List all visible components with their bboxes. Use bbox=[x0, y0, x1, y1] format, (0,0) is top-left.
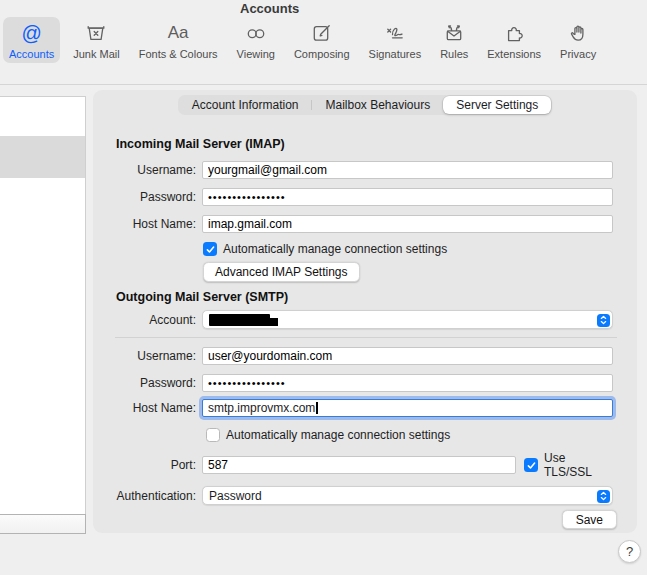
toolbar-item-rules[interactable]: Rules bbox=[434, 17, 474, 63]
tls-label[interactable]: Use TLS/SSL bbox=[544, 451, 613, 479]
save-row: Save bbox=[93, 510, 617, 529]
smtp-hostname-input[interactable]: smtp.improvmx.com bbox=[202, 399, 613, 417]
checkbox-checked-icon[interactable] bbox=[203, 242, 217, 256]
popup-stepper-icon bbox=[597, 490, 610, 503]
toolbar-item-label: Fonts & Colours bbox=[139, 48, 218, 60]
compose-icon bbox=[310, 19, 334, 46]
smtp-account-label: Account: bbox=[93, 313, 196, 327]
smtp-port-input[interactable] bbox=[202, 456, 516, 474]
imap-username-input[interactable] bbox=[202, 161, 613, 179]
smtp-auth-row: Authentication: Password bbox=[93, 486, 613, 505]
save-button[interactable]: Save bbox=[562, 510, 617, 529]
toolbar-item-accounts[interactable]: @ Accounts bbox=[3, 17, 60, 63]
tab-account-information[interactable]: Account Information bbox=[179, 96, 312, 114]
help-button[interactable]: ? bbox=[618, 540, 641, 563]
toolbar-divider bbox=[0, 84, 647, 85]
imap-auto-manage-label[interactable]: Automatically manage connection settings bbox=[223, 242, 447, 256]
smtp-auth-value: Password bbox=[209, 489, 262, 503]
tab-server-settings[interactable]: Server Settings bbox=[443, 96, 551, 114]
incoming-section-heading: Incoming Mail Server (IMAP) bbox=[116, 137, 637, 151]
smtp-auto-manage-row: Automatically manage connection settings bbox=[206, 428, 637, 442]
tls-group: Use TLS/SSL bbox=[524, 451, 613, 479]
signature-icon bbox=[383, 19, 407, 46]
glasses-icon bbox=[244, 19, 268, 46]
toolbar-item-extensions[interactable]: Extensions bbox=[481, 17, 547, 63]
fonts-icon: Aa bbox=[168, 19, 189, 46]
junk-icon bbox=[84, 19, 108, 46]
smtp-hostname-value: smtp.improvmx.com bbox=[208, 401, 315, 415]
sidebar-footer-bar bbox=[0, 514, 86, 534]
imap-username-label: Username: bbox=[93, 163, 196, 177]
imap-password-input[interactable] bbox=[202, 188, 613, 206]
accounts-sidebar[interactable] bbox=[0, 96, 86, 514]
smtp-hostname-label: Host Name: bbox=[93, 401, 196, 415]
account-settings-panel: Account Information Mailbox Behaviours S… bbox=[93, 90, 637, 533]
smtp-account-popup[interactable] bbox=[202, 310, 613, 329]
smtp-password-input[interactable] bbox=[202, 374, 613, 392]
hand-icon bbox=[566, 19, 590, 46]
smtp-auth-popup[interactable]: Password bbox=[202, 486, 613, 505]
toolbar-item-label: Accounts bbox=[9, 48, 54, 60]
smtp-username-label: Username: bbox=[93, 349, 196, 363]
imap-hostname-label: Host Name: bbox=[93, 217, 196, 231]
smtp-auto-manage-label[interactable]: Automatically manage connection settings bbox=[226, 428, 450, 442]
toolbar-item-composing[interactable]: Composing bbox=[288, 17, 356, 63]
puzzle-icon bbox=[502, 19, 526, 46]
toolbar-item-label: Privacy bbox=[560, 48, 596, 60]
window-title: Accounts bbox=[240, 1, 299, 16]
advanced-imap-settings-button[interactable]: Advanced IMAP Settings bbox=[203, 262, 360, 282]
checkbox-unchecked-icon[interactable] bbox=[206, 428, 220, 442]
toolbar-item-fonts-colours[interactable]: Aa Fonts & Colours bbox=[133, 17, 224, 63]
rules-icon bbox=[442, 19, 466, 46]
at-icon: @ bbox=[21, 19, 41, 46]
text-caret bbox=[316, 402, 318, 414]
toolbar-item-label: Junk Mail bbox=[73, 48, 119, 60]
smtp-password-row: Password: bbox=[93, 374, 613, 392]
toolbar-item-label: Composing bbox=[294, 48, 350, 60]
popup-stepper-icon bbox=[597, 314, 610, 327]
imap-hostname-row: Host Name: bbox=[93, 215, 613, 233]
outgoing-section-heading: Outgoing Mail Server (SMTP) bbox=[116, 290, 637, 304]
imap-password-label: Password: bbox=[93, 190, 196, 204]
smtp-password-label: Password: bbox=[93, 376, 196, 390]
toolbar-item-signatures[interactable]: Signatures bbox=[363, 17, 428, 63]
toolbar-item-label: Extensions bbox=[487, 48, 541, 60]
smtp-section-divider bbox=[115, 337, 617, 338]
help-icon: ? bbox=[626, 544, 633, 559]
redacted-account-value bbox=[209, 314, 270, 326]
imap-hostname-input[interactable] bbox=[202, 215, 613, 233]
smtp-username-input[interactable] bbox=[202, 347, 613, 365]
tab-mailbox-behaviours[interactable]: Mailbox Behaviours bbox=[312, 96, 443, 114]
sidebar-selected-account-row[interactable] bbox=[0, 136, 85, 178]
toolbar-item-label: Viewing bbox=[237, 48, 275, 60]
imap-username-row: Username: bbox=[93, 161, 613, 179]
settings-tab-bar: Account Information Mailbox Behaviours S… bbox=[178, 95, 553, 115]
imap-auto-manage-row: Automatically manage connection settings bbox=[203, 242, 637, 256]
tls-checkbox-checked-icon[interactable] bbox=[524, 458, 538, 472]
smtp-auth-label: Authentication: bbox=[93, 489, 196, 503]
toolbar-item-privacy[interactable]: Privacy bbox=[554, 17, 602, 63]
smtp-port-row: Port: Use TLS/SSL bbox=[93, 451, 613, 479]
smtp-port-label: Port: bbox=[93, 458, 196, 472]
toolbar-item-junk-mail[interactable]: Junk Mail bbox=[67, 17, 125, 63]
tab-bar-wrapper: Account Information Mailbox Behaviours S… bbox=[93, 90, 637, 115]
smtp-account-row: Account: bbox=[93, 310, 613, 329]
toolbar-item-label: Signatures bbox=[369, 48, 422, 60]
smtp-hostname-row: Host Name: smtp.improvmx.com bbox=[93, 399, 613, 417]
preferences-toolbar: @ Accounts Junk Mail Aa Fonts & Colours … bbox=[3, 17, 602, 63]
toolbar-item-label: Rules bbox=[440, 48, 468, 60]
smtp-username-row: Username: bbox=[93, 347, 613, 365]
toolbar-item-viewing[interactable]: Viewing bbox=[231, 17, 281, 63]
imap-password-row: Password: bbox=[93, 188, 613, 206]
